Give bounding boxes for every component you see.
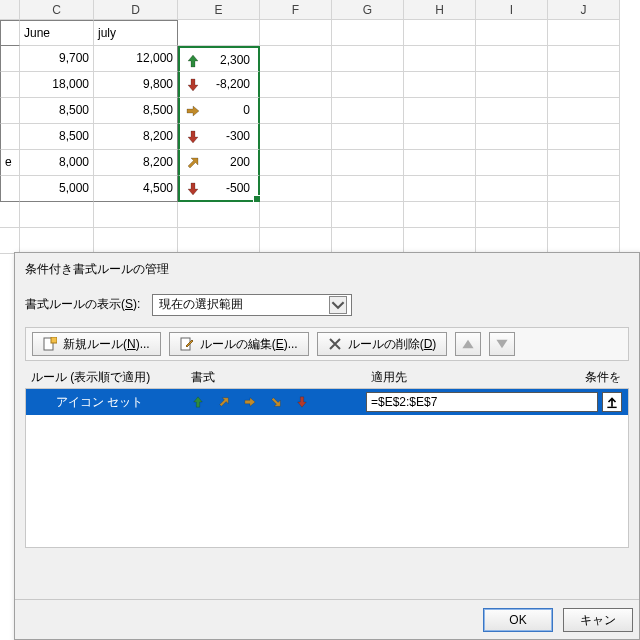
- cell[interactable]: 8,200: [94, 124, 178, 150]
- cell[interactable]: [476, 20, 548, 46]
- cell[interactable]: 0: [178, 98, 260, 124]
- cell[interactable]: [476, 150, 548, 176]
- cell[interactable]: [548, 202, 620, 228]
- edit-rule-button[interactable]: ルールの編集(E)...: [169, 332, 309, 356]
- rule-row[interactable]: アイコン セット: [26, 389, 628, 415]
- cell[interactable]: June: [20, 20, 94, 46]
- cell[interactable]: 2,300: [178, 46, 260, 72]
- applies-to-input[interactable]: [366, 392, 598, 412]
- cell[interactable]: [476, 98, 548, 124]
- cell[interactable]: 9,800: [94, 72, 178, 98]
- cell[interactable]: [404, 20, 476, 46]
- cell[interactable]: 5,000: [20, 176, 94, 202]
- cell[interactable]: [332, 150, 404, 176]
- cell[interactable]: [404, 228, 476, 254]
- cell[interactable]: [548, 150, 620, 176]
- collapse-range-button[interactable]: [602, 392, 622, 412]
- cell[interactable]: [0, 124, 20, 150]
- ok-button[interactable]: OK: [483, 608, 553, 632]
- cell[interactable]: [260, 150, 332, 176]
- cell[interactable]: 8,500: [94, 98, 178, 124]
- cell[interactable]: [548, 228, 620, 254]
- cell[interactable]: [178, 202, 260, 228]
- scope-select[interactable]: 現在の選択範囲: [152, 294, 352, 316]
- cell[interactable]: e: [0, 150, 20, 176]
- cell[interactable]: [548, 176, 620, 202]
- col-header-E[interactable]: E: [178, 0, 260, 20]
- cell[interactable]: [0, 98, 20, 124]
- cell[interactable]: [404, 150, 476, 176]
- cell[interactable]: [0, 228, 20, 254]
- cell[interactable]: [476, 176, 548, 202]
- cell[interactable]: 200: [178, 150, 260, 176]
- col-header-I[interactable]: I: [476, 0, 548, 20]
- cell[interactable]: [476, 46, 548, 72]
- cell[interactable]: [404, 98, 476, 124]
- cell[interactable]: july: [94, 20, 178, 46]
- cell[interactable]: [476, 202, 548, 228]
- cell[interactable]: [178, 20, 260, 46]
- col-header-G[interactable]: G: [332, 0, 404, 20]
- col-header-J[interactable]: J: [548, 0, 620, 20]
- cell[interactable]: -500: [178, 176, 260, 202]
- cell[interactable]: [476, 228, 548, 254]
- cell[interactable]: -300: [178, 124, 260, 150]
- cell[interactable]: [404, 202, 476, 228]
- cell[interactable]: [20, 228, 94, 254]
- col-header-C[interactable]: C: [20, 0, 94, 20]
- cell[interactable]: [260, 124, 332, 150]
- cell[interactable]: [548, 72, 620, 98]
- cell[interactable]: [548, 46, 620, 72]
- cell[interactable]: [332, 176, 404, 202]
- move-up-button[interactable]: [455, 332, 481, 356]
- cell[interactable]: [404, 46, 476, 72]
- cell[interactable]: [332, 228, 404, 254]
- cell[interactable]: [260, 228, 332, 254]
- cell[interactable]: 18,000: [20, 72, 94, 98]
- cell[interactable]: [0, 202, 20, 228]
- cell[interactable]: [0, 46, 20, 72]
- cell[interactable]: 8,000: [20, 150, 94, 176]
- cell[interactable]: [404, 72, 476, 98]
- worksheet[interactable]: CDEFGHIJ Junejuly9,70012,0002,30018,0009…: [0, 0, 640, 254]
- cancel-button[interactable]: キャン: [563, 608, 633, 632]
- cell[interactable]: -8,200: [178, 72, 260, 98]
- cell[interactable]: [404, 176, 476, 202]
- cell[interactable]: 8,200: [94, 150, 178, 176]
- cell[interactable]: [332, 124, 404, 150]
- cell[interactable]: [260, 72, 332, 98]
- cell[interactable]: [476, 124, 548, 150]
- cell[interactable]: [94, 228, 178, 254]
- cell[interactable]: [548, 20, 620, 46]
- cell[interactable]: [332, 46, 404, 72]
- cell[interactable]: [0, 176, 20, 202]
- rules-list[interactable]: アイコン セット: [25, 388, 629, 548]
- cell[interactable]: [260, 20, 332, 46]
- cell[interactable]: [260, 98, 332, 124]
- cell[interactable]: [20, 202, 94, 228]
- cell[interactable]: [0, 20, 20, 46]
- cell[interactable]: [476, 72, 548, 98]
- cell[interactable]: 4,500: [94, 176, 178, 202]
- cell[interactable]: 8,500: [20, 124, 94, 150]
- delete-rule-button[interactable]: ルールの削除(D): [317, 332, 448, 356]
- cell[interactable]: [260, 176, 332, 202]
- move-down-button[interactable]: [489, 332, 515, 356]
- cell[interactable]: 12,000: [94, 46, 178, 72]
- cell[interactable]: [0, 72, 20, 98]
- cell[interactable]: [332, 98, 404, 124]
- new-rule-button[interactable]: 新規ルール(N)...: [32, 332, 161, 356]
- cell[interactable]: [404, 124, 476, 150]
- col-header-F[interactable]: F: [260, 0, 332, 20]
- cell[interactable]: [94, 202, 178, 228]
- cell[interactable]: [548, 98, 620, 124]
- col-header-D[interactable]: D: [94, 0, 178, 20]
- cell[interactable]: 9,700: [20, 46, 94, 72]
- col-header-H[interactable]: H: [404, 0, 476, 20]
- cell[interactable]: [260, 46, 332, 72]
- cell[interactable]: [332, 202, 404, 228]
- cell[interactable]: [548, 124, 620, 150]
- cell[interactable]: [332, 72, 404, 98]
- col-header-stub[interactable]: [0, 0, 20, 20]
- cell[interactable]: [332, 20, 404, 46]
